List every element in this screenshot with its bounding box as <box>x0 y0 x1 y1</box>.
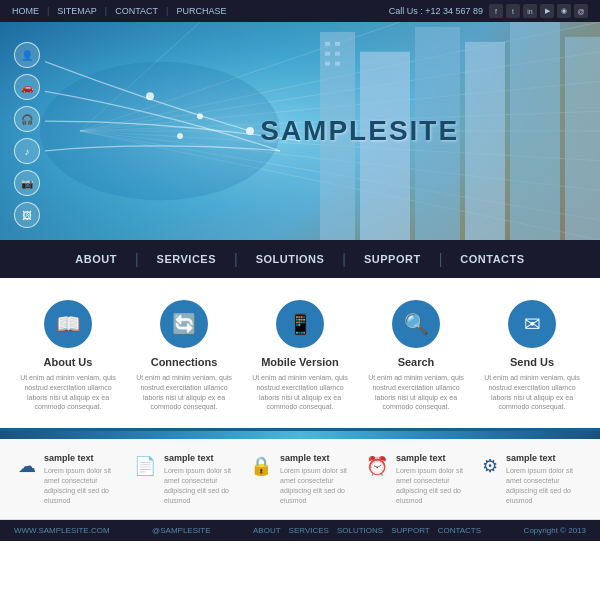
footer-copyright: Copyright © 2013 <box>524 526 586 535</box>
hero-icon-user: 👤 <box>14 42 40 68</box>
rss-icon[interactable]: ◉ <box>557 4 571 18</box>
main-navigation: ABOUT | SERVICES | SOLUTIONS | SUPPORT |… <box>0 240 600 278</box>
twitter-icon[interactable]: t <box>506 4 520 18</box>
hero-icon-camera: 📷 <box>14 170 40 196</box>
email-icon[interactable]: @ <box>574 4 588 18</box>
hero-section: 👤 🚗 🎧 ♪ 📷 🖼 SAMPLESITE <box>0 22 600 240</box>
feature-item-1: 🔄 Connections Ut enim ad minim veniam, q… <box>134 300 234 412</box>
feature-title-4: Send Us <box>510 356 554 368</box>
svg-point-12 <box>40 62 280 201</box>
svg-rect-21 <box>325 52 330 56</box>
footer-nav-about[interactable]: ABOUT <box>253 526 281 535</box>
top-navigation: HOME | SITEMAP | CONTACT | PURCHASE Call… <box>0 0 600 22</box>
info-desc-2: Lorem ipsum dolor sit amet consectetur a… <box>280 466 350 505</box>
info-title-4: sample text <box>506 453 582 463</box>
svg-rect-18 <box>565 37 600 240</box>
svg-rect-22 <box>335 52 340 56</box>
feature-icon-0: 📖 <box>44 300 92 348</box>
info-desc-4: Lorem ipsum dolor sit amet consectetur a… <box>506 466 582 505</box>
footer-website: WWW.SAMPLESITE.COM <box>14 526 110 535</box>
hero-icons-list: 👤 🚗 🎧 ♪ 📷 🖼 <box>14 42 40 228</box>
main-nav-solutions[interactable]: SOLUTIONS <box>238 240 343 278</box>
feature-item-4: ✉ Send Us Ut enim ad minim veniam, quis … <box>482 300 582 412</box>
svg-point-27 <box>246 127 254 135</box>
hero-icon-music: ♪ <box>14 138 40 164</box>
feature-item-0: 📖 About Us Ut enim ad minim veniam, quis… <box>18 300 118 412</box>
info-item-3: ⏰ sample text Lorem ipsum dolor sit amet… <box>366 453 466 505</box>
svg-rect-19 <box>325 42 330 46</box>
info-icon-2: 🔒 <box>250 455 272 477</box>
svg-point-25 <box>146 92 154 100</box>
footer-nav: ABOUTSERVICESSOLUTIONSSUPPORTCONTACTS <box>253 526 481 535</box>
info-item-0: ☁ sample text Lorem ipsum dolor sit amet… <box>18 453 118 505</box>
info-item-4: ⚙ sample text Lorem ipsum dolor sit amet… <box>482 453 582 505</box>
svg-point-28 <box>177 133 183 139</box>
info-item-1: 📄 sample text Lorem ipsum dolor sit amet… <box>134 453 234 505</box>
nav-purchase[interactable]: PURCHASE <box>176 6 226 16</box>
social-icons-group: f t in ▶ ◉ @ <box>489 4 588 18</box>
feature-item-2: 📱 Mobile Version Ut enim ad minim veniam… <box>250 300 350 412</box>
hero-icon-car: 🚗 <box>14 74 40 100</box>
feature-desc-2: Ut enim ad minim veniam, quis nostrud ex… <box>250 373 350 412</box>
main-nav-contacts[interactable]: CONTACTS <box>442 240 542 278</box>
footer-nav-services[interactable]: SERVICES <box>289 526 329 535</box>
nav-home[interactable]: HOME <box>12 6 39 16</box>
info-text-4: sample text Lorem ipsum dolor sit amet c… <box>506 453 582 505</box>
info-desc-0: Lorem ipsum dolor sit amet consectetur a… <box>44 466 118 505</box>
sep3: | <box>166 6 168 16</box>
feature-desc-0: Ut enim ad minim veniam, quis nostrud ex… <box>18 373 118 412</box>
info-title-0: sample text <box>44 453 118 463</box>
feature-title-2: Mobile Version <box>261 356 339 368</box>
bottom-info-section: ☁ sample text Lorem ipsum dolor sit amet… <box>0 439 600 520</box>
svg-rect-17 <box>510 22 560 240</box>
feature-icon-4: ✉ <box>508 300 556 348</box>
info-title-2: sample text <box>280 453 350 463</box>
sep2: | <box>105 6 107 16</box>
feature-item-3: 🔍 Search Ut enim ad minim veniam, quis n… <box>366 300 466 412</box>
feature-title-0: About Us <box>44 356 93 368</box>
svg-point-26 <box>197 113 203 119</box>
info-text-2: sample text Lorem ipsum dolor sit amet c… <box>280 453 350 505</box>
main-nav-about[interactable]: ABOUT <box>57 240 135 278</box>
info-text-3: sample text Lorem ipsum dolor sit amet c… <box>396 453 466 505</box>
feature-title-1: Connections <box>151 356 218 368</box>
svg-rect-20 <box>335 42 340 46</box>
footer-social: @SAMPLESITE <box>152 526 210 535</box>
main-nav-services[interactable]: SERVICES <box>139 240 234 278</box>
svg-rect-24 <box>335 62 340 66</box>
footer-nav-solutions[interactable]: SOLUTIONS <box>337 526 383 535</box>
footer-nav-contacts[interactable]: CONTACTS <box>438 526 481 535</box>
info-icon-1: 📄 <box>134 455 156 477</box>
feature-desc-1: Ut enim ad minim veniam, quis nostrud ex… <box>134 373 234 412</box>
divider-bar <box>0 431 600 439</box>
call-us: Call Us : +12 34 567 89 <box>389 6 483 16</box>
youtube-icon[interactable]: ▶ <box>540 4 554 18</box>
facebook-icon[interactable]: f <box>489 4 503 18</box>
info-icon-0: ☁ <box>18 455 36 477</box>
nav-contact[interactable]: CONTACT <box>115 6 158 16</box>
footer: WWW.SAMPLESITE.COM @SAMPLESITE ABOUTSERV… <box>0 520 600 541</box>
sep1: | <box>47 6 49 16</box>
top-nav-links: HOME | SITEMAP | CONTACT | PURCHASE <box>12 6 226 16</box>
main-nav-support[interactable]: SUPPORT <box>346 240 439 278</box>
top-nav-right: Call Us : +12 34 567 89 f t in ▶ ◉ @ <box>389 4 588 18</box>
footer-nav-support[interactable]: SUPPORT <box>391 526 430 535</box>
feature-icon-1: 🔄 <box>160 300 208 348</box>
feature-desc-4: Ut enim ad minim veniam, quis nostrud ex… <box>482 373 582 412</box>
linkedin-icon[interactable]: in <box>523 4 537 18</box>
feature-title-3: Search <box>398 356 435 368</box>
features-section: 📖 About Us Ut enim ad minim veniam, quis… <box>0 278 600 431</box>
nav-sitemap[interactable]: SITEMAP <box>57 6 97 16</box>
hero-icon-image: 🖼 <box>14 202 40 228</box>
info-icon-3: ⏰ <box>366 455 388 477</box>
hero-icon-headset: 🎧 <box>14 106 40 132</box>
hero-title: SAMPLESITE <box>260 115 459 147</box>
info-text-0: sample text Lorem ipsum dolor sit amet c… <box>44 453 118 505</box>
info-title-1: sample text <box>164 453 234 463</box>
feature-icon-2: 📱 <box>276 300 324 348</box>
info-desc-1: Lorem ipsum dolor sit amet consectetur a… <box>164 466 234 505</box>
info-icon-4: ⚙ <box>482 455 498 477</box>
info-title-3: sample text <box>396 453 466 463</box>
svg-rect-16 <box>465 42 505 240</box>
info-desc-3: Lorem ipsum dolor sit amet consectetur a… <box>396 466 466 505</box>
